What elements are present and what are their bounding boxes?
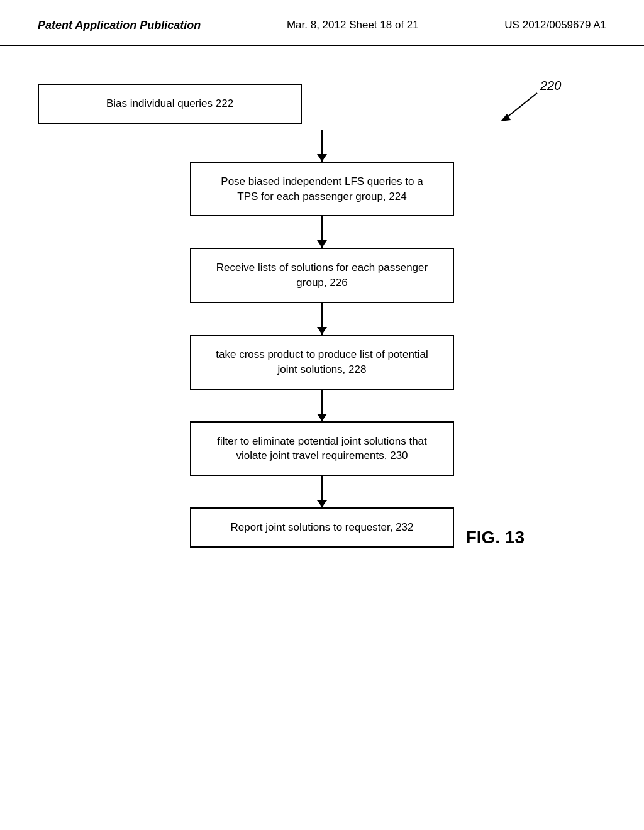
main-content: 220 Bias individual queries 222 Pose bia… bbox=[0, 46, 644, 611]
flowchart-box-6: Report joint solutions to requester, 232 bbox=[190, 507, 454, 548]
publication-label: Patent Application Publication bbox=[38, 19, 201, 32]
ref-arrow-svg: 220 bbox=[487, 77, 569, 128]
arrow-1 bbox=[321, 130, 323, 162]
arrow-5 bbox=[321, 476, 323, 507]
arrow-2 bbox=[321, 216, 323, 248]
flowchart-box-3: Receive lists of solutions for each pass… bbox=[190, 248, 454, 303]
flowchart: 220 Bias individual queries 222 Pose bia… bbox=[38, 84, 606, 585]
flowchart-box-2: Pose biased independent LFS queries to a… bbox=[190, 162, 454, 217]
header: Patent Application Publication Mar. 8, 2… bbox=[0, 0, 644, 46]
fig-label: FIG. 13 bbox=[466, 528, 525, 548]
date-sheet-label: Mar. 8, 2012 Sheet 18 of 21 bbox=[287, 19, 419, 31]
patent-number-label: US 2012/0059679 A1 bbox=[504, 19, 606, 31]
flowchart-box-4: take cross product to produce list of po… bbox=[190, 335, 454, 390]
svg-line-1 bbox=[506, 93, 537, 118]
page: Patent Application Publication Mar. 8, 2… bbox=[0, 0, 644, 830]
ref-label: 220 bbox=[540, 79, 561, 92]
flowchart-box-5: filter to eliminate potential joint solu… bbox=[190, 421, 454, 477]
svg-text:220: 220 bbox=[540, 79, 561, 92]
flowchart-box-1: Bias individual queries 222 bbox=[38, 84, 302, 124]
arrow-4 bbox=[321, 390, 323, 421]
arrow-3 bbox=[321, 303, 323, 335]
